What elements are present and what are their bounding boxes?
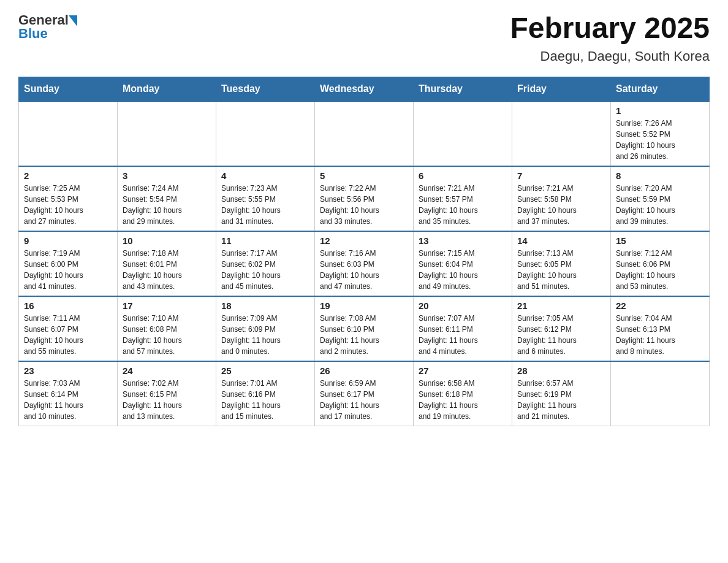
- calendar-week-row: 23Sunrise: 7:03 AM Sunset: 6:14 PM Dayli…: [19, 361, 710, 426]
- day-info: Sunrise: 7:02 AM Sunset: 6:15 PM Dayligh…: [123, 378, 211, 422]
- day-info: Sunrise: 7:25 AM Sunset: 5:53 PM Dayligh…: [24, 183, 112, 227]
- logo: General Blue: [18, 12, 77, 42]
- day-info: Sunrise: 7:13 AM Sunset: 6:05 PM Dayligh…: [517, 248, 605, 292]
- day-number: 8: [616, 170, 704, 181]
- weekday-header-tuesday: Tuesday: [216, 77, 315, 101]
- day-number: 7: [517, 170, 605, 181]
- calendar-cell: 25Sunrise: 7:01 AM Sunset: 6:16 PM Dayli…: [216, 361, 315, 426]
- calendar-cell: [118, 101, 216, 166]
- day-info: Sunrise: 7:16 AM Sunset: 6:03 PM Dayligh…: [320, 248, 408, 292]
- day-number: 2: [24, 170, 112, 181]
- calendar-cell: 24Sunrise: 7:02 AM Sunset: 6:15 PM Dayli…: [118, 361, 216, 426]
- calendar-cell: 7Sunrise: 7:21 AM Sunset: 5:58 PM Daylig…: [512, 166, 611, 231]
- day-info: Sunrise: 7:08 AM Sunset: 6:10 PM Dayligh…: [320, 313, 408, 357]
- calendar-week-row: 1Sunrise: 7:26 AM Sunset: 5:52 PM Daylig…: [19, 101, 710, 166]
- day-info: Sunrise: 7:19 AM Sunset: 6:00 PM Dayligh…: [24, 248, 112, 292]
- day-number: 19: [320, 301, 408, 311]
- day-number: 27: [419, 366, 507, 376]
- day-info: Sunrise: 7:21 AM Sunset: 5:57 PM Dayligh…: [419, 183, 507, 227]
- calendar-cell: [19, 101, 118, 166]
- calendar-cell: 26Sunrise: 6:59 AM Sunset: 6:17 PM Dayli…: [315, 361, 414, 426]
- calendar-cell: [512, 101, 611, 166]
- calendar-subtitle: Daegu, Daegu, South Korea: [510, 48, 710, 64]
- weekday-header-thursday: Thursday: [414, 77, 512, 101]
- calendar-cell: 4Sunrise: 7:23 AM Sunset: 5:55 PM Daylig…: [216, 166, 315, 231]
- calendar-cell: 23Sunrise: 7:03 AM Sunset: 6:14 PM Dayli…: [19, 361, 118, 426]
- day-info: Sunrise: 7:10 AM Sunset: 6:08 PM Dayligh…: [123, 313, 211, 357]
- day-number: 20: [419, 301, 507, 311]
- day-info: Sunrise: 7:15 AM Sunset: 6:04 PM Dayligh…: [419, 248, 507, 292]
- day-number: 3: [123, 170, 211, 181]
- calendar-cell: 16Sunrise: 7:11 AM Sunset: 6:07 PM Dayli…: [19, 296, 118, 361]
- weekday-header-sunday: Sunday: [19, 77, 118, 101]
- day-info: Sunrise: 7:26 AM Sunset: 5:52 PM Dayligh…: [616, 118, 704, 162]
- day-info: Sunrise: 7:18 AM Sunset: 6:01 PM Dayligh…: [123, 248, 211, 292]
- day-number: 18: [221, 301, 309, 311]
- day-info: Sunrise: 7:05 AM Sunset: 6:12 PM Dayligh…: [517, 313, 605, 357]
- logo-blue-text: Blue: [18, 26, 77, 42]
- weekday-header-saturday: Saturday: [611, 77, 710, 101]
- page-header: General Blue February 2025 Daegu, Daegu,…: [18, 12, 710, 64]
- calendar-header-row: SundayMondayTuesdayWednesdayThursdayFrid…: [19, 77, 710, 101]
- day-info: Sunrise: 7:03 AM Sunset: 6:14 PM Dayligh…: [24, 378, 112, 422]
- calendar-cell: 2Sunrise: 7:25 AM Sunset: 5:53 PM Daylig…: [19, 166, 118, 231]
- calendar-cell: [315, 101, 414, 166]
- calendar-cell: 19Sunrise: 7:08 AM Sunset: 6:10 PM Dayli…: [315, 296, 414, 361]
- calendar-cell: 12Sunrise: 7:16 AM Sunset: 6:03 PM Dayli…: [315, 231, 414, 296]
- calendar-week-row: 9Sunrise: 7:19 AM Sunset: 6:00 PM Daylig…: [19, 231, 710, 296]
- day-info: Sunrise: 7:11 AM Sunset: 6:07 PM Dayligh…: [24, 313, 112, 357]
- calendar-cell: 5Sunrise: 7:22 AM Sunset: 5:56 PM Daylig…: [315, 166, 414, 231]
- day-info: Sunrise: 7:01 AM Sunset: 6:16 PM Dayligh…: [221, 378, 309, 422]
- calendar-cell: 8Sunrise: 7:20 AM Sunset: 5:59 PM Daylig…: [611, 166, 710, 231]
- day-number: 6: [419, 170, 507, 181]
- day-info: Sunrise: 7:07 AM Sunset: 6:11 PM Dayligh…: [419, 313, 507, 357]
- day-info: Sunrise: 7:17 AM Sunset: 6:02 PM Dayligh…: [221, 248, 309, 292]
- day-number: 17: [123, 301, 211, 311]
- calendar-cell: [216, 101, 315, 166]
- calendar-cell: 1Sunrise: 7:26 AM Sunset: 5:52 PM Daylig…: [611, 101, 710, 166]
- calendar-week-row: 16Sunrise: 7:11 AM Sunset: 6:07 PM Dayli…: [19, 296, 710, 361]
- day-info: Sunrise: 7:24 AM Sunset: 5:54 PM Dayligh…: [123, 183, 211, 227]
- day-info: Sunrise: 7:23 AM Sunset: 5:55 PM Dayligh…: [221, 183, 309, 227]
- calendar-week-row: 2Sunrise: 7:25 AM Sunset: 5:53 PM Daylig…: [19, 166, 710, 231]
- day-number: 21: [517, 301, 605, 311]
- calendar-cell: 20Sunrise: 7:07 AM Sunset: 6:11 PM Dayli…: [414, 296, 512, 361]
- calendar-cell: 27Sunrise: 6:58 AM Sunset: 6:18 PM Dayli…: [414, 361, 512, 426]
- day-number: 26: [320, 366, 408, 376]
- calendar-cell: 18Sunrise: 7:09 AM Sunset: 6:09 PM Dayli…: [216, 296, 315, 361]
- title-block: February 2025 Daegu, Daegu, South Korea: [510, 12, 710, 64]
- day-number: 1: [616, 105, 704, 116]
- weekday-header-friday: Friday: [512, 77, 611, 101]
- day-number: 13: [419, 236, 507, 246]
- day-number: 15: [616, 236, 704, 246]
- calendar-table: SundayMondayTuesdayWednesdayThursdayFrid…: [18, 77, 710, 426]
- day-info: Sunrise: 7:12 AM Sunset: 6:06 PM Dayligh…: [616, 248, 704, 292]
- calendar-cell: 17Sunrise: 7:10 AM Sunset: 6:08 PM Dayli…: [118, 296, 216, 361]
- day-info: Sunrise: 7:21 AM Sunset: 5:58 PM Dayligh…: [517, 183, 605, 227]
- calendar-cell: 6Sunrise: 7:21 AM Sunset: 5:57 PM Daylig…: [414, 166, 512, 231]
- calendar-cell: 15Sunrise: 7:12 AM Sunset: 6:06 PM Dayli…: [611, 231, 710, 296]
- day-number: 16: [24, 301, 112, 311]
- calendar-cell: [611, 361, 710, 426]
- calendar-cell: 11Sunrise: 7:17 AM Sunset: 6:02 PM Dayli…: [216, 231, 315, 296]
- day-number: 9: [24, 236, 112, 246]
- weekday-header-wednesday: Wednesday: [315, 77, 414, 101]
- day-number: 5: [320, 170, 408, 181]
- weekday-header-monday: Monday: [118, 77, 216, 101]
- calendar-cell: 3Sunrise: 7:24 AM Sunset: 5:54 PM Daylig…: [118, 166, 216, 231]
- calendar-cell: 14Sunrise: 7:13 AM Sunset: 6:05 PM Dayli…: [512, 231, 611, 296]
- day-number: 11: [221, 236, 309, 246]
- calendar-cell: [414, 101, 512, 166]
- day-number: 25: [221, 366, 309, 376]
- calendar-cell: 9Sunrise: 7:19 AM Sunset: 6:00 PM Daylig…: [19, 231, 118, 296]
- calendar-cell: 10Sunrise: 7:18 AM Sunset: 6:01 PM Dayli…: [118, 231, 216, 296]
- day-number: 23: [24, 366, 112, 376]
- day-info: Sunrise: 7:20 AM Sunset: 5:59 PM Dayligh…: [616, 183, 704, 227]
- calendar-cell: 13Sunrise: 7:15 AM Sunset: 6:04 PM Dayli…: [414, 231, 512, 296]
- day-info: Sunrise: 7:22 AM Sunset: 5:56 PM Dayligh…: [320, 183, 408, 227]
- day-info: Sunrise: 7:04 AM Sunset: 6:13 PM Dayligh…: [616, 313, 704, 357]
- day-number: 4: [221, 170, 309, 181]
- calendar-cell: 21Sunrise: 7:05 AM Sunset: 6:12 PM Dayli…: [512, 296, 611, 361]
- day-number: 24: [123, 366, 211, 376]
- logo-arrow-icon: [69, 15, 77, 26]
